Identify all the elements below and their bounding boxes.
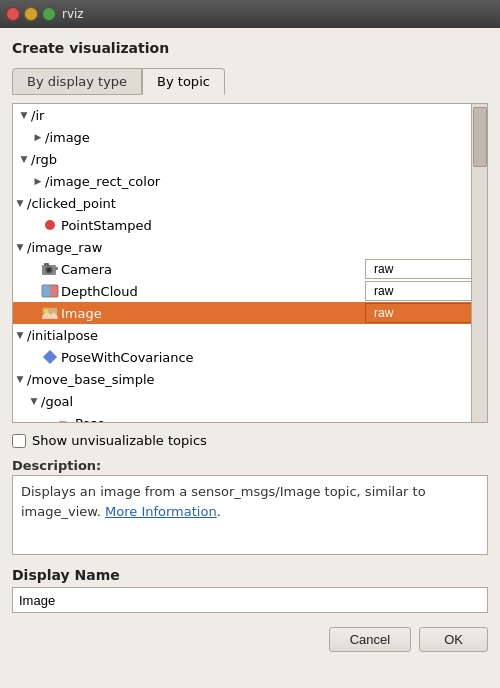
arrow-initialpose xyxy=(13,330,27,340)
display-name-section: Display Name xyxy=(12,567,488,613)
tree-item-goal[interactable]: /goal xyxy=(13,390,487,412)
svg-rect-7 xyxy=(50,285,58,297)
label-rgb: /rgb xyxy=(31,152,487,167)
label-clicked-point: /clicked_point xyxy=(27,196,487,211)
description-title: Description: xyxy=(12,458,488,473)
svg-rect-4 xyxy=(55,267,58,270)
cancel-button[interactable]: Cancel xyxy=(329,627,411,652)
tree-item-image-raw[interactable]: /image_raw xyxy=(13,236,487,258)
description-section: Description: Displays an image from a se… xyxy=(12,458,488,555)
tab-by-topic[interactable]: By topic xyxy=(142,68,225,95)
ok-button[interactable]: OK xyxy=(419,627,488,652)
label-goal: /goal xyxy=(41,394,487,409)
dialog-title: Create visualization xyxy=(12,40,488,56)
title-bar: rviz xyxy=(0,0,500,28)
label-pose: Pose xyxy=(75,416,487,424)
show-unvisualizable-checkbox[interactable] xyxy=(12,434,26,448)
arrow-ir xyxy=(17,110,31,120)
tree-item-pose-covariance[interactable]: PoseWithCovariance xyxy=(13,346,487,368)
arrow-ir-image xyxy=(31,132,45,142)
tab-bar: By display type By topic xyxy=(12,68,488,95)
scrollbar[interactable] xyxy=(471,104,487,422)
more-information-link[interactable]: More Information xyxy=(105,504,217,519)
arrow-move-base-simple xyxy=(13,374,27,384)
camera-dropdown[interactable]: raw xyxy=(365,259,485,279)
label-pose-covariance: PoseWithCovariance xyxy=(61,350,487,365)
svg-rect-6 xyxy=(42,285,50,297)
pose-icon: ✏ xyxy=(55,415,73,423)
depthcloud-dropdown[interactable]: raw xyxy=(365,281,485,301)
tree-item-point-stamped[interactable]: PointStamped xyxy=(13,214,487,236)
tree-item-clicked-point[interactable]: /clicked_point xyxy=(13,192,487,214)
label-move-base-simple: /move_base_simple xyxy=(27,372,487,387)
maximize-button[interactable] xyxy=(42,7,56,21)
minimize-button[interactable] xyxy=(24,7,38,21)
arrow-image-rect-color xyxy=(31,176,45,186)
label-image-rect-color: /image_rect_color xyxy=(45,174,487,189)
description-period: . xyxy=(217,504,221,519)
tree-item-rgb[interactable]: /rgb xyxy=(13,148,487,170)
show-unvisualizable-row: Show unvisualizable topics xyxy=(12,433,488,448)
svg-rect-1 xyxy=(44,263,49,266)
label-image-raw: /image_raw xyxy=(27,240,487,255)
tree-item-pose[interactable]: ✏ Pose xyxy=(13,412,487,423)
tab-by-display-type[interactable]: By display type xyxy=(12,68,142,95)
tree-item-ir[interactable]: /ir xyxy=(13,104,487,126)
label-point-stamped: PointStamped xyxy=(61,218,487,233)
tree-item-depthcloud[interactable]: DepthCloud raw xyxy=(13,280,487,302)
window-buttons xyxy=(6,7,56,21)
label-ir-image: /image xyxy=(45,130,487,145)
label-image: Image xyxy=(61,306,365,321)
tree-item-image-rect-color[interactable]: /image_rect_color xyxy=(13,170,487,192)
scrollbar-thumb[interactable] xyxy=(473,107,487,167)
display-name-input[interactable] xyxy=(12,587,488,613)
close-button[interactable] xyxy=(6,7,20,21)
tree-item-initialpose[interactable]: /initialpose xyxy=(13,324,487,346)
image-icon xyxy=(41,305,59,321)
show-unvisualizable-label: Show unvisualizable topics xyxy=(32,433,207,448)
svg-point-11 xyxy=(44,309,48,313)
tree-item-ir-image[interactable]: /image xyxy=(13,126,487,148)
arrow-image-raw xyxy=(13,242,27,252)
description-text: Displays an image from a sensor_msgs/Ima… xyxy=(21,484,426,519)
arrow-clicked-point xyxy=(13,198,27,208)
arrow-rgb xyxy=(17,154,31,164)
arrow-goal xyxy=(27,396,41,406)
image-dropdown[interactable]: raw xyxy=(365,303,485,323)
diamond-icon xyxy=(41,349,59,365)
dialog: Create visualization By display type By … xyxy=(0,28,500,688)
label-initialpose: /initialpose xyxy=(27,328,487,343)
display-name-label: Display Name xyxy=(12,567,488,583)
label-ir: /ir xyxy=(31,108,487,123)
svg-point-3 xyxy=(47,268,51,272)
label-depthcloud: DepthCloud xyxy=(61,284,365,299)
tree-item-image[interactable]: Image raw xyxy=(13,302,487,324)
camera-icon xyxy=(41,261,59,277)
description-box: Displays an image from a sensor_msgs/Ima… xyxy=(12,475,488,555)
tree-item-camera[interactable]: Camera raw xyxy=(13,258,487,280)
dot-icon xyxy=(41,217,59,233)
window-title: rviz xyxy=(62,7,84,21)
topic-tree-panel: /ir /image /rgb /image_rect_color /click… xyxy=(12,103,488,423)
depthcloud-icon xyxy=(41,283,59,299)
label-camera: Camera xyxy=(61,262,365,277)
tree-item-move-base-simple[interactable]: /move_base_simple xyxy=(13,368,487,390)
button-row: Cancel OK xyxy=(12,627,488,652)
